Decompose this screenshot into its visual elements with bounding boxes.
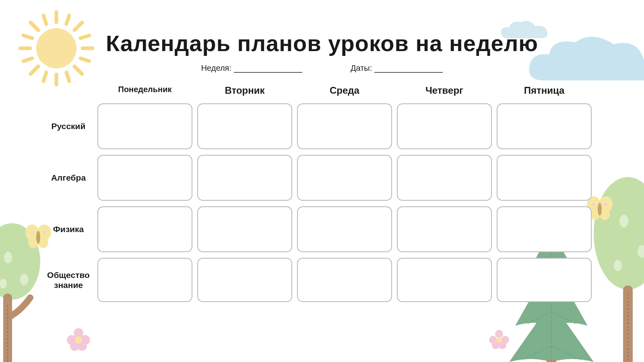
cell[interactable] — [297, 258, 392, 302]
cell[interactable] — [397, 258, 492, 302]
week-label: Неделя: — [201, 64, 231, 73]
subject-label: Алгебра — [44, 173, 93, 183]
row-algebra: Алгебра — [44, 155, 592, 201]
dates-label: Даты: — [351, 64, 372, 73]
svg-point-54 — [70, 341, 80, 351]
svg-rect-21 — [3, 294, 12, 362]
day-header-wed: Среда — [297, 85, 392, 96]
flower-left-icon — [64, 326, 93, 354]
svg-line-35 — [521, 346, 551, 360]
page-title: Календарь планов уроков на неделю — [0, 30, 644, 56]
cell[interactable] — [97, 155, 192, 201]
row-social: Общество знание — [44, 258, 592, 302]
cell[interactable] — [197, 206, 292, 252]
svg-point-53 — [80, 335, 90, 345]
subject-label: Русский — [44, 121, 93, 131]
week-field[interactable]: Неделя: — [201, 64, 302, 73]
cell[interactable] — [397, 206, 492, 252]
cell[interactable] — [297, 103, 392, 149]
schedule-grid: Понедельник Вторник Среда Четверг Пятниц… — [0, 85, 644, 302]
cell[interactable] — [97, 103, 192, 149]
row-physics: Физика — [44, 206, 592, 252]
row-russian: Русский — [44, 103, 592, 149]
day-header-mon: Понедельник — [97, 85, 192, 96]
subject-label: Физика — [44, 224, 93, 234]
week-blank[interactable] — [234, 65, 302, 73]
svg-point-58 — [489, 336, 497, 344]
svg-point-62 — [496, 337, 502, 343]
svg-rect-29 — [547, 360, 556, 362]
cell[interactable] — [497, 206, 592, 252]
cell[interactable] — [497, 103, 592, 149]
svg-point-52 — [67, 335, 76, 345]
svg-point-56 — [75, 336, 82, 343]
svg-line-34 — [551, 312, 576, 324]
flower-right-icon — [487, 328, 511, 352]
cell[interactable] — [97, 206, 192, 252]
cell[interactable] — [397, 103, 492, 149]
cell[interactable] — [497, 155, 592, 201]
svg-point-59 — [501, 336, 509, 344]
svg-line-36 — [551, 346, 582, 360]
cell[interactable] — [197, 103, 292, 149]
dates-blank[interactable] — [374, 65, 443, 73]
svg-point-61 — [498, 341, 506, 349]
cell[interactable] — [397, 155, 492, 201]
cell[interactable] — [197, 258, 292, 302]
cell[interactable] — [497, 258, 592, 302]
dates-field[interactable]: Даты: — [351, 64, 443, 73]
svg-point-60 — [492, 341, 500, 349]
day-header-thu: Четверг — [397, 85, 492, 96]
day-header-tue: Вторник — [197, 85, 292, 96]
svg-line-33 — [527, 312, 551, 324]
cell[interactable] — [297, 206, 392, 252]
svg-point-55 — [77, 341, 87, 351]
day-header-fri: Пятница — [497, 85, 592, 96]
svg-point-51 — [74, 328, 83, 338]
svg-point-57 — [495, 330, 503, 338]
cell[interactable] — [97, 258, 192, 302]
meta-row: Неделя: Даты: — [0, 64, 644, 73]
subject-label: Общество знание — [44, 270, 93, 290]
cell[interactable] — [197, 155, 292, 201]
cell[interactable] — [297, 155, 392, 201]
